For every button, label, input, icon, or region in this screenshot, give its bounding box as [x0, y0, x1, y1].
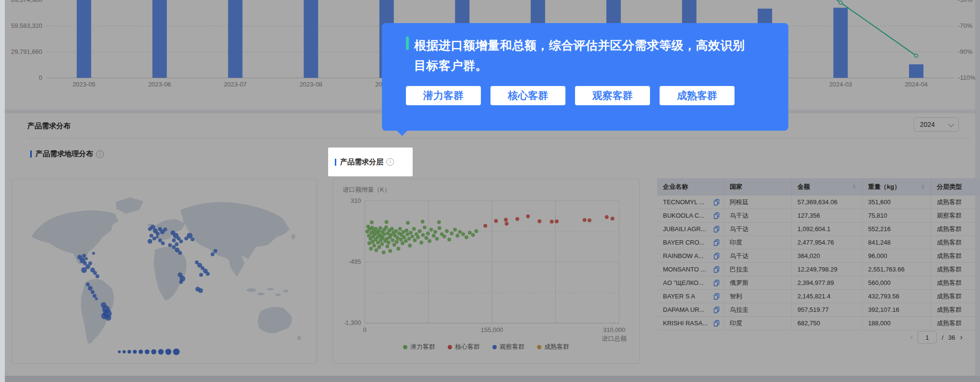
segment-button-potential[interactable]: 潜力客群	[406, 86, 481, 105]
tooltip-accent-bar	[406, 37, 409, 50]
tour-tooltip: 根据进口额增量和总额，综合评估并区分需求等级，高效识别 目标客户群。 潜力客群 …	[382, 23, 788, 131]
segment-button-observe[interactable]: 观察客群	[575, 86, 650, 105]
info-circle-icon[interactable]: i	[386, 158, 394, 166]
title-accent-bar	[335, 159, 336, 166]
segment-button-core[interactable]: 核心客群	[490, 86, 565, 105]
tooltip-arrow-down	[396, 130, 408, 136]
dashboard-page: 029,791,66059,583,32089,374,980-50%-70%-…	[0, 0, 980, 382]
tooltip-text-line1: 根据进口额增量和总额，综合评估并区分需求等级，高效识别	[414, 37, 745, 53]
tour-highlight-strat-title: 产品需求分层 i	[328, 148, 413, 176]
scrollbar[interactable]	[0, 0, 5, 382]
tooltip-buttons: 潜力客群 核心客群 观察客群 成熟客群	[406, 86, 735, 105]
strat-panel-title-text: 产品需求分层	[340, 158, 383, 167]
tooltip-text-line2: 目标客户群。	[414, 58, 488, 74]
segment-button-mature[interactable]: 成熟客群	[660, 86, 735, 105]
